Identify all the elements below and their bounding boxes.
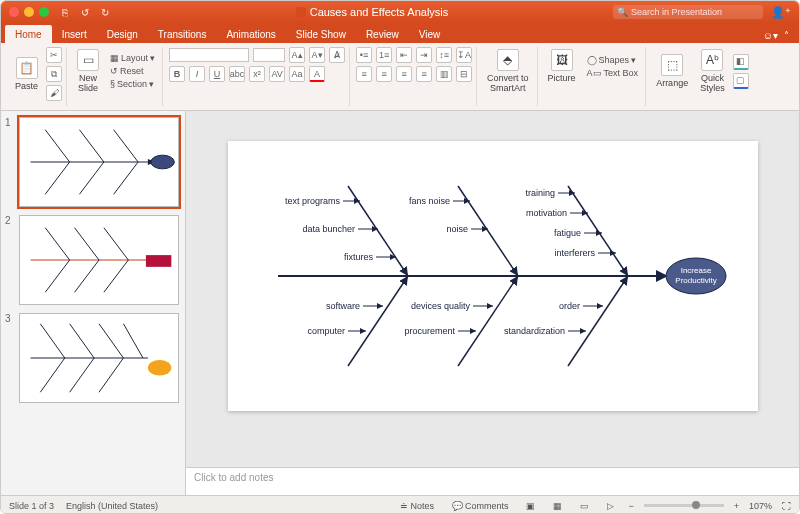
- tab-slideshow[interactable]: Slide Show: [286, 25, 356, 43]
- redo-icon[interactable]: ↻: [99, 7, 111, 18]
- svg-line-24: [99, 358, 123, 392]
- section-button[interactable]: §Section▾: [107, 78, 158, 90]
- slide-indicator[interactable]: Slide 1 of 3: [9, 501, 54, 511]
- thumbnail-slide-1[interactable]: [19, 117, 179, 207]
- minimize-window-icon[interactable]: [24, 7, 34, 17]
- window-title: Causes and Effects Analysis: [131, 6, 613, 18]
- paste-button[interactable]: 📋 Paste: [11, 55, 42, 93]
- save-icon[interactable]: ⎘: [59, 7, 71, 18]
- format-painter-button[interactable]: 🖌: [46, 85, 62, 101]
- decrease-font-button[interactable]: A▾: [309, 47, 325, 63]
- align-center-button[interactable]: ≡: [376, 66, 392, 82]
- smiley-feedback-icon[interactable]: ☺▾: [763, 30, 778, 41]
- comments-toggle[interactable]: 💬Comments: [448, 501, 513, 511]
- svg-line-14: [75, 260, 99, 292]
- tab-view[interactable]: View: [409, 25, 451, 43]
- new-slide-button[interactable]: ▭ New Slide: [73, 47, 103, 95]
- convert-smartart-button[interactable]: ⬘ Convert to SmartArt: [483, 47, 533, 95]
- view-sorter-button[interactable]: ▦: [549, 501, 566, 511]
- shape-fill-button[interactable]: ◧: [733, 54, 749, 70]
- slide-canvas-area[interactable]: Increase Productivity text programs data…: [186, 111, 799, 467]
- cause: procurement: [404, 326, 455, 336]
- tab-animations[interactable]: Animations: [216, 25, 285, 43]
- shape-outline-button[interactable]: ▢: [733, 73, 749, 89]
- change-case-button[interactable]: Aa: [289, 66, 305, 82]
- bold-button[interactable]: B: [169, 66, 185, 82]
- strike-button[interactable]: abc: [229, 66, 245, 82]
- picture-button[interactable]: 🖼 Picture: [544, 47, 580, 85]
- head-label-2: Productivity: [675, 276, 716, 285]
- view-normal-button[interactable]: ▣: [522, 501, 539, 511]
- language-indicator[interactable]: English (United States): [66, 501, 158, 511]
- cut-button[interactable]: ✂: [46, 47, 62, 63]
- arrange-icon: ⬚: [661, 54, 683, 76]
- ribbon-home: 📋 Paste ✂ ⧉ 🖌 ▭ New Slide ▦Layout▾ ↺Rese…: [1, 43, 799, 111]
- clear-format-button[interactable]: A̷: [329, 47, 345, 63]
- thumbnail-slide-3[interactable]: [19, 313, 179, 403]
- notes-pane[interactable]: Click to add notes: [186, 467, 799, 495]
- zoom-value[interactable]: 107%: [749, 501, 772, 511]
- cause: software: [325, 301, 359, 311]
- presentation-icon: [296, 7, 306, 17]
- tab-home[interactable]: Home: [5, 25, 52, 43]
- share-button[interactable]: 👤⁺: [771, 6, 791, 19]
- undo-icon[interactable]: ↺: [79, 7, 91, 18]
- columns-button[interactable]: ▥: [436, 66, 452, 82]
- copy-button[interactable]: ⧉: [46, 66, 62, 82]
- indent-more-button[interactable]: ⇥: [416, 47, 432, 63]
- view-slideshow-button[interactable]: ▷: [603, 501, 618, 511]
- font-family-select[interactable]: [169, 48, 249, 62]
- italic-button[interactable]: I: [189, 66, 205, 82]
- font-size-select[interactable]: [253, 48, 285, 62]
- svg-point-8: [151, 155, 174, 169]
- notes-toggle[interactable]: ≐Notes: [396, 501, 438, 511]
- editor-pane: Increase Productivity text programs data…: [186, 111, 799, 495]
- zoom-slider[interactable]: [644, 504, 724, 507]
- close-window-icon[interactable]: [9, 7, 19, 17]
- reset-button[interactable]: ↺Reset: [107, 65, 158, 77]
- fit-window-button[interactable]: ⛶: [782, 501, 791, 511]
- svg-line-20: [99, 324, 123, 358]
- zoom-in-button[interactable]: +: [734, 501, 739, 511]
- bullets-button[interactable]: •≡: [356, 47, 372, 63]
- tab-insert[interactable]: Insert: [52, 25, 97, 43]
- text-direction-button[interactable]: ↧A: [456, 47, 472, 63]
- align-left-button[interactable]: ≡: [356, 66, 372, 82]
- smartart-group: ⬘ Convert to SmartArt: [479, 47, 538, 106]
- indent-less-button[interactable]: ⇤: [396, 47, 412, 63]
- svg-line-32: [458, 276, 518, 366]
- window-controls[interactable]: [9, 7, 49, 17]
- layout-button[interactable]: ▦Layout▾: [107, 52, 158, 64]
- line-spacing-button[interactable]: ↕≡: [436, 47, 452, 63]
- fishbone-diagram[interactable]: Increase Productivity text programs data…: [258, 171, 728, 381]
- tab-design[interactable]: Design: [97, 25, 148, 43]
- char-spacing-button[interactable]: AV: [269, 66, 285, 82]
- zoom-out-button[interactable]: −: [628, 501, 633, 511]
- quick-styles-button[interactable]: Aᵇ Quick Styles: [696, 47, 729, 95]
- shapes-button[interactable]: ◯Shapes▾: [584, 54, 642, 66]
- cause: data buncher: [302, 224, 355, 234]
- textbox-button[interactable]: A▭Text Box: [584, 67, 642, 79]
- zoom-window-icon[interactable]: [39, 7, 49, 17]
- underline-button[interactable]: U: [209, 66, 225, 82]
- current-slide[interactable]: Increase Productivity text programs data…: [228, 141, 758, 411]
- cause: motivation: [525, 208, 566, 218]
- search-input[interactable]: 🔍 Search in Presentation: [613, 5, 763, 19]
- view-reading-button[interactable]: ▭: [576, 501, 593, 511]
- super-sub-button[interactable]: x²: [249, 66, 265, 82]
- tab-transitions[interactable]: Transitions: [148, 25, 217, 43]
- arrange-button[interactable]: ⬚ Arrange: [652, 52, 692, 90]
- thumb-number: 2: [5, 215, 15, 305]
- increase-font-button[interactable]: A▴: [289, 47, 305, 63]
- align-right-button[interactable]: ≡: [396, 66, 412, 82]
- quick-styles-icon: Aᵇ: [701, 49, 723, 71]
- tab-review[interactable]: Review: [356, 25, 409, 43]
- justify-button[interactable]: ≡: [416, 66, 432, 82]
- align-text-button[interactable]: ⊟: [456, 66, 472, 82]
- numbering-button[interactable]: 1≡: [376, 47, 392, 63]
- collapse-ribbon-icon[interactable]: ˄: [784, 30, 789, 41]
- cause: training: [525, 188, 555, 198]
- picture-icon: 🖼: [551, 49, 573, 71]
- font-color-button[interactable]: A: [309, 66, 325, 82]
- thumbnail-slide-2[interactable]: [19, 215, 179, 305]
